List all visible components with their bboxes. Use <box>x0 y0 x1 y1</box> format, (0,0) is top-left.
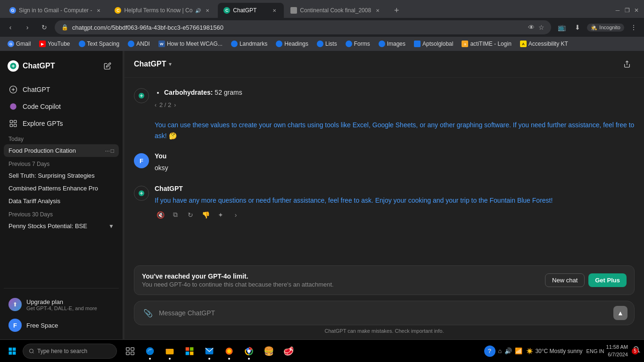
svg-rect-12 <box>9 351 12 354</box>
tab-title-chatgpt: ChatGPT <box>233 7 268 14</box>
close-window-button[interactable]: ✕ <box>633 7 640 14</box>
taskbar-app-firefox[interactable] <box>220 342 239 361</box>
bookmark-headings[interactable]: Headings <box>272 40 312 48</box>
chat-title-data-tariff: Data Tariff Analysis <box>8 197 114 205</box>
forward-button[interactable]: › <box>21 21 34 34</box>
taskbar-app-edge[interactable] <box>140 342 159 361</box>
explore-gpts-icon <box>8 119 18 128</box>
reload-button[interactable]: ↻ <box>38 21 51 34</box>
star-icon: ☆ <box>538 24 545 31</box>
tab-helpful[interactable]: C Helpful Terms to Know | Co 🔊 ✕ <box>109 3 217 18</box>
bookmarks-bar: G Gmail ▶ YouTube Text Spacing ANDI W Ho… <box>0 37 644 51</box>
address-icons: 👁 ☆ <box>528 24 545 31</box>
share-button[interactable] <box>619 57 635 72</box>
chat-item-food-production[interactable]: Food Production Citation ··· □ <box>4 144 119 157</box>
new-chat-edit-button[interactable] <box>100 58 115 74</box>
limit-text-group: You've reached your GPT-4o limit. You ne… <box>142 272 334 288</box>
svg-rect-10 <box>9 347 12 351</box>
chat-actions-food-production: ··· □ <box>105 148 114 154</box>
bookmark-lists[interactable]: Lists <box>313 40 341 48</box>
copy-icon[interactable]: ⧉ <box>170 209 181 221</box>
bookmark-accessibilitykt[interactable]: A Accessibility KT <box>516 40 572 48</box>
bookmark-gmail[interactable]: G Gmail <box>4 40 34 48</box>
disclaimer-text: ChatGPT can make mistakes. Check importa… <box>325 328 444 334</box>
new-chat-button[interactable]: New chat <box>545 273 585 287</box>
sidebar-item-chatgpt[interactable]: ChatGPT <box>4 81 119 98</box>
bookmark-youtube[interactable]: ▶ YouTube <box>35 40 74 48</box>
user-item[interactable]: F Free Space <box>4 315 119 336</box>
taskbar-time: 11:58 AM 6/7/2024 <box>606 344 628 358</box>
refresh-icon[interactable]: ↻ <box>185 209 196 221</box>
attach-button[interactable]: 📎 <box>141 306 155 320</box>
chat-item-penny-stocks[interactable]: Penny Stocks Potential: BSE ▼ <box>4 220 119 232</box>
taskbar-app-chrome[interactable] <box>239 342 258 361</box>
taskbar-app-explorer[interactable] <box>160 342 179 361</box>
taskbar-app-task-view[interactable] <box>121 342 140 361</box>
get-plus-button[interactable]: Get Plus <box>588 273 627 287</box>
pagination-prev[interactable]: ‹ <box>155 102 157 108</box>
chat-dropdown-icon[interactable]: ▾ <box>169 61 172 67</box>
taskbar-app-mail[interactable] <box>200 342 219 361</box>
sidebar-item-explore-gpts[interactable]: Explore GPTs <box>4 115 119 132</box>
speaker-icon[interactable]: 🔊 <box>504 347 512 354</box>
sidebar-item-label-explore-gpts: Explore GPTs <box>23 120 63 127</box>
svg-rect-6 <box>14 124 17 127</box>
bookmark-landmarks[interactable]: Landmarks <box>227 40 271 48</box>
tab-chatgpt[interactable]: C ChatGPT ✕ <box>218 3 284 18</box>
send-button[interactable]: ▲ <box>613 306 627 320</box>
bookmark-images[interactable]: Images <box>375 40 409 48</box>
chat-item-sell-truth[interactable]: Sell Truth: Surprising Strategies <box>4 169 119 182</box>
tab-gmail[interactable]: G Sign in to Gmail - Computer - ✕ <box>4 3 108 18</box>
sparkle-icon[interactable]: ✦ <box>215 209 226 221</box>
taskbar-tray: ? ⌂ 🔊 📶 ☀️ 30°C Mostly sunny ENG IN 11:5… <box>484 344 640 358</box>
pagination-next[interactable]: › <box>174 102 176 108</box>
input-area: 📎 ▲ ChatGPT can make mistakes. Check imp… <box>124 301 644 339</box>
back-button[interactable]: ‹ <box>4 21 17 34</box>
bookmark-forms[interactable]: Forms <box>342 40 374 48</box>
bookmark-actitime[interactable]: a actiTIME - Login <box>458 40 515 48</box>
tab-continental[interactable]: Continental Cook final_2008 ✕ <box>285 3 387 18</box>
taskbar-app-store[interactable] <box>180 342 199 361</box>
maximize-button[interactable]: ❐ <box>623 7 631 14</box>
volume-icon[interactable]: 🔇 <box>155 209 166 221</box>
bookmark-wcag[interactable]: W How to Meet WCAG... <box>155 40 226 48</box>
message-assistant-response: ChatGPT If you have any more questions o… <box>134 185 635 221</box>
chat-item-combined-patterns[interactable]: Combined Patterns Enhance Pro <box>4 182 119 195</box>
dropdown-arrow-icon: ▼ <box>108 223 114 230</box>
start-button[interactable] <box>4 343 21 360</box>
lock-icon: 🔒 <box>61 24 68 31</box>
taskbar-app-food2[interactable]: 🥩 <box>279 342 298 361</box>
notification-area[interactable]: 5 <box>632 346 640 356</box>
taskbar-app-food1[interactable]: 🍔 <box>259 342 278 361</box>
chat-item-data-tariff[interactable]: Data Tariff Analysis <box>4 195 119 207</box>
bookmark-andi[interactable]: ANDI <box>124 40 154 48</box>
network-icon[interactable]: 📶 <box>515 347 522 354</box>
taskbar-search-text: Type here to search <box>37 348 87 354</box>
sidebar-item-code-copilot[interactable]: Code Copilot <box>4 98 119 115</box>
taskbar-search[interactable]: Type here to search <box>23 344 117 359</box>
tab-close-chatgpt[interactable]: ✕ <box>271 7 278 14</box>
bookmark-aptsolglobal[interactable]: Aptsolglobal <box>410 40 457 48</box>
explorer-indicator <box>169 358 171 360</box>
tab-close-helpful[interactable]: ✕ <box>204 7 211 14</box>
upgrade-plan-item[interactable]: ⬆ Upgrade plan Get GPT-4, DALL-E, and mo… <box>4 294 119 315</box>
tab-close-gmail[interactable]: ✕ <box>95 7 102 14</box>
thumbs-down-icon[interactable]: 👎 <box>200 209 211 221</box>
svg-rect-22 <box>186 347 190 351</box>
message-actions-response: 🔇 ⧉ ↻ 👎 ✦ › <box>155 209 635 221</box>
bookmark-text-spacing[interactable]: Text Spacing <box>75 40 124 48</box>
archive-icon[interactable]: □ <box>111 148 114 154</box>
bookmark-label-wcag: How to Meet WCAG... <box>167 41 223 47</box>
more-options-icon[interactable]: ⋮ <box>627 21 640 34</box>
more-actions-icon[interactable]: ··· <box>105 148 110 154</box>
cast-icon[interactable]: 📺 <box>555 21 568 34</box>
more-icon[interactable]: › <box>230 209 241 221</box>
new-tab-button[interactable]: + <box>390 4 403 17</box>
message-input[interactable] <box>159 309 610 317</box>
download-icon[interactable]: ⬇ <box>571 21 584 34</box>
tab-close-continental[interactable]: ✕ <box>374 7 381 14</box>
help-icon[interactable]: ? <box>484 346 495 357</box>
address-bar[interactable]: 🔒 chatgpt.com/c/5bbdf063-96fa-43bf-bcc3-… <box>55 20 551 34</box>
limit-actions: New chat Get Plus <box>545 273 627 287</box>
minimize-button[interactable]: ─ <box>614 7 621 14</box>
